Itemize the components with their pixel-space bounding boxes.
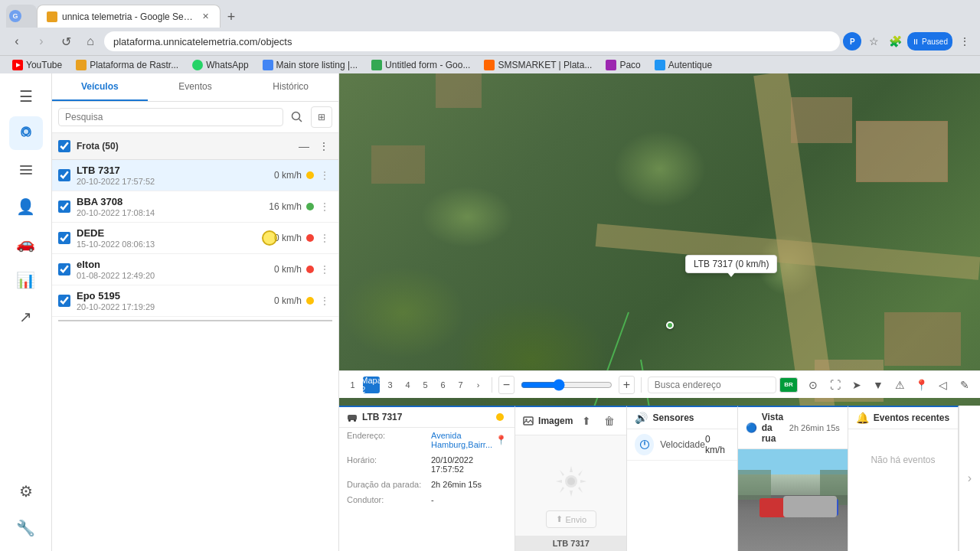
nav-list-btn[interactable] <box>9 153 43 187</box>
active-tab[interactable]: unnica telemetria - Google Searc... ✕ <box>37 5 220 28</box>
events-panel: 🔔 Eventos recentes Não há eventos <box>848 406 959 551</box>
nav-person-btn[interactable]: 👤 <box>9 190 43 223</box>
upload-btn[interactable]: ⬆ Envio <box>546 510 597 528</box>
vehicle-checkbox[interactable] <box>58 295 70 307</box>
map-area[interactable]: LTB 7317 (0 km/h) LTB 7317 <box>339 73 980 551</box>
back-btn[interactable]: ‹ <box>6 31 28 52</box>
tab-historico[interactable]: Histórico <box>243 73 338 101</box>
vehicle-speed: 0 km/h <box>274 233 302 243</box>
nav-settings-btn[interactable]: ⚙ <box>9 474 43 508</box>
sensors-panel-title: Sensores <box>652 412 729 423</box>
menu-btn[interactable]: ⋮ <box>956 32 974 51</box>
bookmark-untitled[interactable]: Untitled form - Goo... <box>365 58 476 72</box>
location-icon[interactable]: 📍 <box>495 435 507 445</box>
delete-btn[interactable]: 🗑 <box>600 412 619 430</box>
vehicle-more-btn[interactable]: ⋮ <box>317 230 332 246</box>
vehicle-info: LTB 7317 20-10-2022 17:57:52 <box>77 165 274 186</box>
bookmark-autentique[interactable]: Autentique <box>648 58 718 72</box>
tab-close-btn[interactable]: ✕ <box>201 10 211 23</box>
search-input[interactable] <box>58 108 283 126</box>
map-action-4-btn[interactable]: ▼ <box>869 374 887 396</box>
tab-veiculos[interactable]: Veículos <box>52 73 148 101</box>
bookmark-whatsapp[interactable]: WhatsApp <box>186 58 254 72</box>
map-action-6-btn[interactable]: 📍 <box>912 374 930 396</box>
map-action-5-btn[interactable]: ⚠ <box>890 374 909 396</box>
map-action-1-btn[interactable]: ⊙ <box>804 374 822 396</box>
vehicle-checkbox[interactable] <box>58 263 70 276</box>
nav-map-btn[interactable] <box>9 116 43 150</box>
vehicle-checkbox[interactable] <box>58 201 70 213</box>
add-filter-btn[interactable]: ⊞ <box>311 106 332 128</box>
fleet-more-btn[interactable]: ⋮ <box>315 138 332 155</box>
vehicle-item[interactable]: BBA 3708 20-10-2022 17:08:14 16 km/h ⋮ <box>52 191 338 223</box>
map-action-3-btn[interactable]: ➤ <box>848 374 866 396</box>
search-btn[interactable] <box>286 106 308 128</box>
home-btn[interactable]: ⌂ <box>80 31 101 52</box>
address-input[interactable] <box>104 31 840 51</box>
reload-btn[interactable]: ↺ <box>55 31 77 52</box>
map-action-7-btn[interactable]: ◁ <box>934 374 952 396</box>
nav-share-btn[interactable]: ↗ <box>9 300 43 334</box>
vehicle-list: LTB 7317 20-10-2022 17:57:52 0 km/h ⋮ BB… <box>52 160 338 551</box>
vehicle-speed: 0 km/h <box>274 264 302 275</box>
nav-menu-btn[interactable]: ☰ <box>9 80 43 113</box>
bookmark-main-store[interactable]: Main store listing |... <box>256 58 364 72</box>
bookmark-autentique-label: Autentique <box>668 60 712 70</box>
map-page-4-btn[interactable]: 4 <box>400 377 415 393</box>
fleet-minimize-btn[interactable]: — <box>296 138 312 155</box>
map-page-6-btn[interactable]: 6 <box>436 377 450 393</box>
vehicle-more-btn[interactable]: ⋮ <box>317 168 332 183</box>
bookmark-plataforma[interactable]: Plataforma de Rastr... <box>70 58 185 72</box>
nav-vehicle-btn[interactable]: 🚗 <box>9 227 43 260</box>
bookmark-untitled-label: Untitled form - Goo... <box>385 60 470 70</box>
map-page-3-btn[interactable]: 3 <box>383 377 397 393</box>
map-page-5-btn[interactable]: 5 <box>418 377 433 393</box>
vehicle-checkbox[interactable] <box>58 169 70 181</box>
zoom-out-btn[interactable]: − <box>498 376 514 394</box>
map-page-2-btn[interactable]: Mapa 2 <box>363 377 380 393</box>
vehicle-checkbox[interactable] <box>58 232 70 244</box>
fleet-checkbox[interactable] <box>58 140 70 152</box>
share-btn[interactable]: ⬆ <box>577 412 596 430</box>
new-tab-btn[interactable]: + <box>220 6 242 28</box>
nav-chart-btn[interactable]: 📊 <box>9 263 43 297</box>
vehicle-date: 01-08-2022 12:49:20 <box>77 271 274 280</box>
vehicle-item[interactable]: elton 01-08-2022 12:49:20 0 km/h ⋮ <box>52 254 338 285</box>
map-action-2-btn[interactable]: ⛶ <box>826 374 844 396</box>
extensions-btn[interactable]: 🧩 <box>886 32 904 51</box>
zoom-in-btn[interactable]: + <box>619 376 635 394</box>
map-page-1-btn[interactable]: 1 <box>345 377 360 393</box>
profile-btn[interactable]: P <box>843 32 861 51</box>
info-panel: LTB 7317 Endereço: Avenida Hamburg,Bairr… <box>339 406 515 551</box>
vehicle-more-btn[interactable]: ⋮ <box>317 199 332 214</box>
map-page-7-btn[interactable]: 7 <box>453 377 468 393</box>
bookmark-youtube[interactable]: ▶ YouTube <box>6 58 68 72</box>
forward-btn[interactable]: › <box>31 31 52 52</box>
inactive-tab[interactable]: G <box>6 5 37 28</box>
nav-tools-btn[interactable]: 🔧 <box>9 511 43 545</box>
vehicle-item[interactable]: LTB 7317 20-10-2022 17:57:52 0 km/h ⋮ <box>52 160 338 191</box>
vehicle-item[interactable]: Epo 5195 20-10-2022 17:19:29 0 km/h ⋮ <box>52 285 338 317</box>
vehicle-name: DEDE <box>77 227 274 239</box>
bookmark-paco[interactable]: Paco <box>599 58 646 72</box>
bookmark-smsmarket[interactable]: SMSMARKET | Plata... <box>478 58 598 72</box>
paused-btn[interactable]: ⏸ Paused <box>907 32 952 51</box>
vehicle-more-btn[interactable]: ⋮ <box>317 293 332 308</box>
bookmark-paco-label: Paco <box>619 60 640 70</box>
events-empty-msg: Não há eventos <box>848 429 958 491</box>
time-label: Horário: <box>347 455 431 465</box>
map-action-8-btn[interactable]: ✎ <box>956 374 974 396</box>
vehicle-name: Epo 5195 <box>77 290 274 302</box>
vehicle-item[interactable]: DEDE 15-10-2022 08:06:13 0 km/h ⋮ <box>52 223 338 254</box>
star-btn[interactable]: ☆ <box>864 32 883 51</box>
tab-eventos[interactable]: Eventos <box>148 73 243 101</box>
expand-btn[interactable]: › <box>959 406 980 551</box>
vehicle-info: elton 01-08-2022 12:49:20 <box>77 259 274 280</box>
bookmark-smsmarket-label: SMSMARKET | Plata... <box>498 60 592 70</box>
chevron-right-icon: › <box>968 471 972 485</box>
vehicle-info: Epo 5195 20-10-2022 17:19:29 <box>77 290 274 311</box>
zoom-slider[interactable] <box>521 379 612 391</box>
address-search-input[interactable] <box>648 377 776 393</box>
vehicle-more-btn[interactable]: ⋮ <box>317 262 332 277</box>
map-page-next-btn[interactable]: › <box>471 377 485 393</box>
